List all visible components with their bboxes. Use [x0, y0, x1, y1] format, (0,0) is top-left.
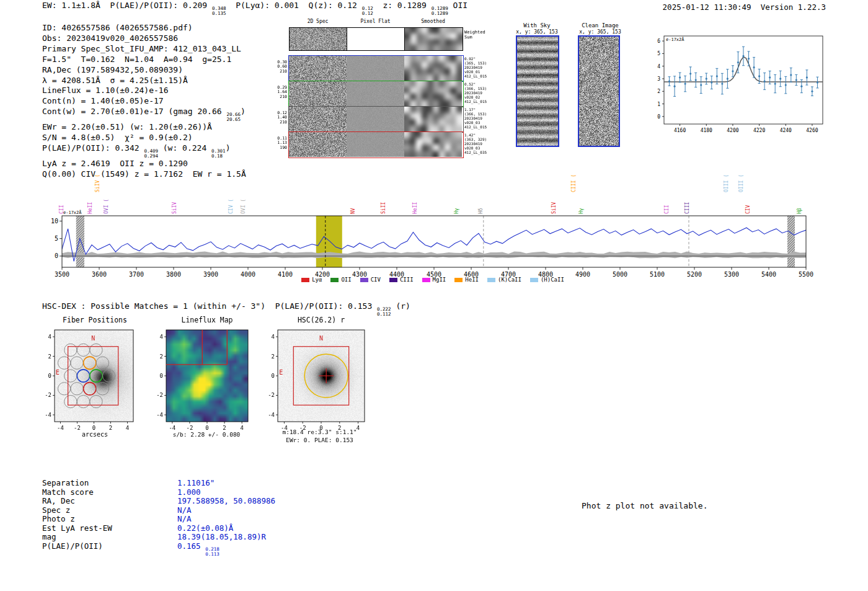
legend-swatch [301, 278, 309, 282]
svg-text:-2: -2 [268, 392, 275, 398]
svg-text:0: 0 [657, 114, 660, 120]
text-segment: 197.588958, 50.088986 [177, 496, 275, 505]
svg-text:1: 1 [657, 102, 660, 107]
legend-item: CIV [360, 277, 381, 283]
text-segment: 1.000 [177, 487, 201, 497]
spectrum-legend: LyαOIICIVCIIIMgIIHeII(K)CaII(H)CaII [259, 277, 606, 283]
photz-note: Phot z plot not available. [582, 501, 708, 510]
fiber-circle [64, 344, 77, 356]
hscr-caption-1: m:18.4 re:3.3" s:1.1" [265, 429, 374, 435]
fiber-circle [90, 344, 102, 356]
hi-lo-stack: 0.2220.112 [377, 307, 391, 317]
svg-text:2: 2 [657, 89, 660, 94]
svg-text:E: E [56, 369, 60, 376]
text-segment: ) [241, 107, 246, 116]
text-segment: HSC-DEX : Possible Matches = 1 (within +… [42, 301, 377, 311]
cutout-axis-labels: 0.300.60210 [275, 60, 287, 74]
info-line: LineFlux = 1.10(±0.24)e-16 [42, 86, 246, 96]
fiber-circle [71, 383, 83, 395]
text-segment: OII [448, 1, 467, 10]
match-table-value: 197.588958, 50.088986 [177, 497, 275, 506]
svg-text:2: 2 [160, 353, 163, 360]
svg-text:5500: 5500 [799, 271, 813, 278]
svg-text:0: 0 [92, 425, 95, 431]
svg-text:4200: 4200 [727, 128, 738, 133]
svg-text:3900: 3900 [203, 271, 218, 278]
fiber-circle [90, 395, 102, 407]
line-fit-plot: 0123456416041804200422042404260e-17x2Å [642, 30, 834, 144]
svg-text:10: 10 [51, 218, 58, 224]
emission-line-label: OVI ( [241, 199, 246, 214]
emission-line-label: Hγ [454, 208, 459, 214]
match-table-value: 0.165 0.2180.113 [177, 542, 219, 557]
svg-text:4: 4 [126, 425, 129, 431]
svg-text:3500: 3500 [55, 271, 69, 278]
svg-text:4: 4 [272, 334, 275, 340]
svg-text:4220: 4220 [753, 128, 765, 133]
cutout-col-title: Pixel Flat [347, 19, 404, 24]
fiber-circle [58, 357, 70, 369]
emission-line-label: Hβ [797, 208, 802, 214]
cutout-smoothed-image [404, 56, 462, 81]
info-line: LyA z = 2.4619 OII z = 0.1290 [42, 159, 246, 169]
hsc-cutout-panel: HSC(26.2) r-4-4-2-2002244NEm:18.4 re:3.3… [260, 313, 378, 450]
hi-lo-stack: 0.3010.18 [211, 149, 226, 159]
emission-line-label: OVI ( [104, 199, 109, 214]
text-segment: Cont(w) = 2.70(±0.01)e-17 (gmag 20.66 [42, 107, 226, 116]
text-segment: 1.11016" [177, 478, 215, 487]
svg-text:0: 0 [272, 373, 275, 379]
svg-text:3600: 3600 [92, 271, 107, 278]
svg-text:E: E [279, 369, 283, 376]
emission-line-label: HeII [412, 202, 418, 214]
svg-text:-4: -4 [45, 412, 51, 418]
clean-image-title: Clean Image [572, 22, 629, 29]
match-table-value: 1.000 [177, 488, 201, 497]
text-segment: F=1.5" T=0.162 N=1.04 A=0.94 g=25.1 [42, 55, 231, 64]
svg-text:5: 5 [55, 235, 58, 242]
hi-lo-stack: 0.2180.113 [205, 547, 219, 557]
svg-text:e-17x2Å: e-17x2Å [63, 210, 82, 215]
fiber-circle [90, 370, 102, 382]
text-segment: (w: 0.224 [158, 143, 211, 153]
cutout-note: 0.52"(366, 153)20230419v020_02412_LL_015 [464, 82, 492, 104]
fiber-circle [84, 383, 96, 395]
svg-text:-2: -2 [186, 425, 193, 431]
fiber-circle [77, 395, 89, 407]
cutout-2dspec-image [289, 132, 347, 157]
cutout-axis-labels: 0.291.64210 [275, 86, 287, 99]
emission-line-label: CIII [684, 202, 690, 214]
svg-text:-4: -4 [57, 425, 64, 431]
match-table-label: mag [42, 533, 177, 542]
svg-text:5100: 5100 [650, 271, 665, 278]
lineflux-map-panel: Lineflux Map-4-4-2-2002244s/b: 2.28 +/- … [149, 313, 260, 447]
svg-text:0: 0 [48, 373, 51, 379]
with-sky-image [516, 35, 559, 147]
cutout-pixelflat-image [347, 81, 404, 106]
hi-lo-stack: 0.4090.294 [144, 149, 158, 159]
emission-line-label: SiII [381, 202, 386, 214]
lineflux-caption: s/b: 2.28 +/- 0.080 [154, 431, 259, 438]
emission-line-label: Hδ [478, 208, 484, 214]
legend-swatch [330, 278, 339, 282]
match-table-value: N/A [177, 506, 192, 515]
weighted-smoothed-image [404, 27, 463, 51]
cutout-smoothed-image [404, 81, 462, 106]
cutout-2dspec-image [289, 81, 347, 106]
panel-overlay: -4-4-2-2002244 [149, 313, 260, 447]
twod-spec-cutouts: 2D SpecPixel FlatSmoothedWeightedSum0.30… [275, 17, 492, 163]
info-line: P(LAE)/P(OII): 0.342 0.4090.294 (w: 0.22… [42, 143, 246, 159]
svg-text:0: 0 [205, 425, 208, 431]
svg-text:5300: 5300 [724, 271, 739, 278]
emission-line-label: CII [664, 205, 670, 214]
cutout-axis-labels: 0.121.40210 [275, 111, 287, 125]
svg-text:5400: 5400 [761, 271, 776, 278]
fiber-xlabel: arcsecs [48, 431, 141, 438]
text-segment: 18.39(18.05,18.89)R [177, 532, 266, 541]
match-table-value: 1.11016" [177, 479, 215, 488]
match-table-row: Est LyA rest-EW0.22(±0.08)Å [42, 524, 275, 533]
svg-text:0: 0 [160, 373, 163, 379]
cutout-axis-labels: 0.111.13190 [275, 136, 287, 150]
match-table-row: mag18.39(18.05,18.89)R [42, 533, 275, 542]
match-table-label: Est LyA rest-EW [42, 524, 177, 533]
cutout-col-title: Smoothed [404, 19, 462, 24]
